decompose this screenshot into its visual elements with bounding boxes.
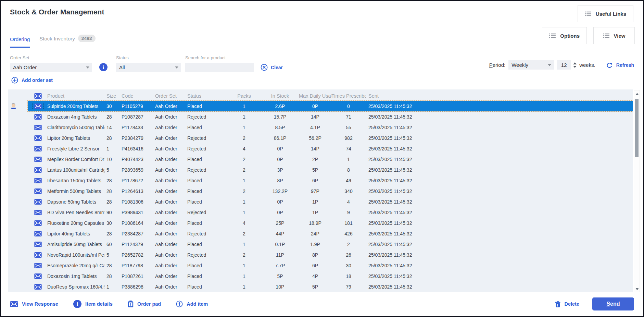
cell-sent: 25/03/2025 11:45:32 [366,167,451,173]
col-times-prescribed[interactable]: Times Prescribed [331,93,366,99]
useful-links-button[interactable]: Useful Links [578,5,633,22]
row-mail-icon[interactable] [28,125,45,130]
cell-size: 28 [104,231,118,236]
cell-status: Placed [185,125,220,130]
view-label: View [614,33,626,39]
cell-packs: 1 [220,103,261,109]
search-input[interactable] [185,63,254,72]
vertical-scrollbar[interactable] [634,90,640,293]
cell-sent: 25/03/2025 11:45:32 [366,125,451,130]
step-down-icon[interactable] [573,66,577,68]
clipboard-icon [128,301,134,307]
table-row[interactable]: Lipitor 40mg Tablets 28 P2384287 Aah Ord… [28,228,633,239]
view-response-button[interactable]: View Response [10,301,58,307]
row-mail-icon[interactable] [28,263,45,268]
row-mail-icon[interactable] [28,188,45,194]
table-row[interactable]: Doxazosin 1mg Tablets 28 P1087261 Aah Or… [28,271,633,281]
table-row[interactable]: Irbesartan 150mg Tablets 28 P1178672 Aah… [28,175,633,186]
row-mail-icon[interactable] [28,199,45,205]
chevron-down-icon [86,66,89,69]
mail-icon [34,284,42,290]
period-select[interactable]: Weekly [508,60,554,70]
row-mail-icon[interactable] [28,157,45,162]
col-status[interactable]: Status [185,93,220,99]
item-details-button[interactable]: Item details [73,300,113,308]
cell-size: 14 [104,125,118,130]
order-set-select[interactable]: Aah Order [10,63,92,72]
table-row[interactable]: Freestyle Libre 2 Sensor 1 P4163416 Aah … [28,143,633,154]
col-product[interactable]: Product [45,93,104,99]
row-mail-icon[interactable] [28,284,45,290]
view-toolbar: Options View [542,27,635,44]
table-row[interactable]: Lantus 100units/ml Cartridg... 5 P289365… [28,164,633,175]
col-size[interactable]: Size [104,93,118,99]
cell-status: Placed [185,242,220,247]
row-mail-icon[interactable] [28,114,45,120]
table-row[interactable]: Fluoxetine 20mg Capsules 30 P1086164 Aah… [28,218,633,228]
add-item-label: Add item [187,301,208,307]
cell-product: Lipitor 20mg Tablets [45,135,104,141]
row-mail-icon[interactable] [28,210,45,215]
table-row[interactable]: Metformin 500mg Tablets 28 P1264613 Aah … [28,186,633,196]
row-mail-icon[interactable] [28,167,45,173]
info-icon[interactable] [99,63,108,71]
table-row[interactable]: Doxazosin 4mg Tablets 28 P1087287 Aah Or… [28,111,633,122]
table-row[interactable]: Amisulpride 50mg Tablets 60 P1124379 Aah… [28,239,633,249]
row-mail-icon[interactable] [28,103,45,109]
col-in-stock[interactable]: In Stock [261,93,299,99]
col-max-daily-usage[interactable]: Max Daily Usage [299,93,331,99]
table-row[interactable]: Lipitor 20mg Tablets 28 P2384279 Aah Ord… [28,133,633,143]
row-mail-icon[interactable] [28,242,45,247]
cell-in-stock: 0P [261,157,299,162]
cell-times-prescribed: 26 [331,252,366,258]
options-button[interactable]: Options [542,27,587,44]
col-code[interactable]: Code [118,93,152,99]
weeks-count-stepper[interactable] [573,62,577,68]
cell-size: 28 [104,263,118,268]
delete-button[interactable]: Delete [555,301,579,307]
cell-max-daily-usage: 5P [299,284,331,290]
row-mail-icon[interactable] [28,231,45,236]
cell-packs: 1 [220,199,261,205]
row-mail-icon[interactable] [28,178,45,183]
row-mail-icon[interactable] [28,146,45,151]
cell-status: Rejected [185,135,220,141]
col-packs[interactable]: Packs [220,93,261,99]
table-row[interactable]: Clarithromycin 500mg Tablets 14 P1178433… [28,122,633,133]
row-mail-icon[interactable] [28,252,45,258]
cell-order-set: Aah Order [152,188,185,194]
col-order-set[interactable]: Order Set [152,93,185,99]
table-row[interactable]: Mepilex Border Comfort Dr... 10 P4074423… [28,154,633,164]
view-button[interactable]: View [593,27,635,44]
scrollbar-thumb[interactable] [635,99,639,157]
table-row[interactable]: BD Viva Pen Needles 8mm... 90 P3989431 A… [28,207,633,218]
cell-order-set: Aah Order [152,114,185,120]
mail-column-header[interactable] [28,93,45,99]
table-row[interactable]: NovoRapid 100units/ml Pen... 5 P2652782 … [28,249,633,260]
send-button[interactable]: Send [592,297,634,310]
tab-ordering[interactable]: Ordering [10,36,30,48]
cell-code: P1087287 [118,114,152,120]
cell-packs: 4 [220,220,261,226]
add-order-set-button[interactable]: Add order set [11,77,53,84]
table-row[interactable]: Esomeprazole 20mg g/r Ca... 28 P1187798 … [28,260,633,271]
scroll-up-icon[interactable] [635,93,639,95]
weeks-count-input[interactable]: 12 [557,60,571,70]
cell-size: 30 [104,220,118,226]
order-pad-button[interactable]: Order pad [128,301,161,307]
step-up-icon[interactable] [573,62,577,64]
cell-status: Rejected [185,231,220,236]
table-row[interactable]: Dapsone 50mg Tablets 28 P1081306 Aah Ord… [28,196,633,207]
add-item-button[interactable]: Add item [176,301,208,307]
status-select[interactable]: All [116,63,181,72]
row-mail-icon[interactable] [28,220,45,226]
table-row[interactable]: Sulpiride 200mg Tablets 30 P1105279 Aah … [28,101,633,111]
refresh-button[interactable]: Refresh [606,62,634,68]
col-sent[interactable]: Sent [366,93,451,99]
scroll-down-icon[interactable] [635,288,639,290]
tab-stock-inventory[interactable]: Stock Inventory 2492 [39,35,96,48]
table-row[interactable]: DuoResp Spiromax 160/4.5... 1 P3886298 A… [28,281,633,292]
row-mail-icon[interactable] [28,273,45,279]
row-mail-icon[interactable] [28,135,45,141]
clear-button[interactable]: Clear [261,64,283,71]
